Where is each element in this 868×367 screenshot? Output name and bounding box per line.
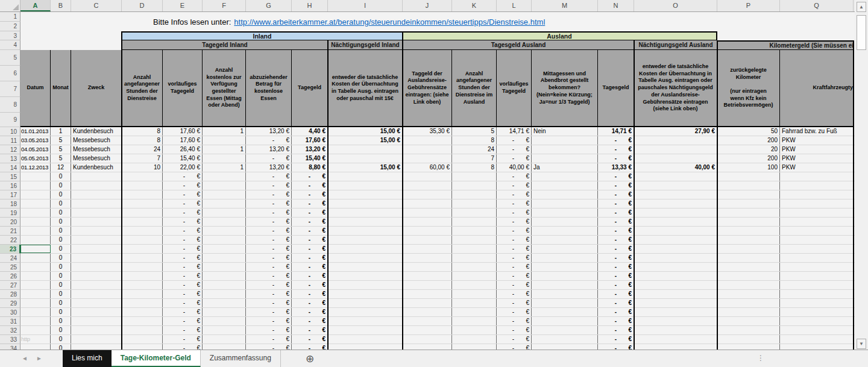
cell-L26[interactable]: - €: [497, 272, 532, 280]
cell-K27[interactable]: [452, 281, 497, 289]
cell-D25[interactable]: [122, 263, 163, 271]
cell-B19[interactable]: 0: [51, 209, 71, 217]
column-header-C[interactable]: C: [71, 0, 122, 11]
cell-P21[interactable]: [717, 227, 780, 235]
field-header-Q[interactable]: Kraftfahrzeugty: [780, 50, 854, 127]
cell-D33[interactable]: [122, 335, 163, 343]
cell-C17[interactable]: [71, 190, 122, 199]
cell-D13[interactable]: 7: [122, 154, 163, 163]
cell-E18[interactable]: - €: [163, 199, 203, 208]
cell-F14[interactable]: 1: [203, 163, 246, 172]
cell-E16[interactable]: - €: [163, 181, 203, 190]
cell-H27[interactable]: - €: [292, 281, 328, 289]
cell-B30[interactable]: 0: [51, 308, 71, 316]
cell-P33[interactable]: [717, 335, 780, 343]
cell-M31[interactable]: [532, 317, 598, 325]
cell-H30[interactable]: - €: [292, 308, 328, 316]
cell-Q28[interactable]: [780, 290, 854, 298]
cell-B10[interactable]: 1: [51, 127, 71, 136]
cell-A26[interactable]: [20, 272, 51, 280]
cell-K22[interactable]: [452, 236, 497, 244]
cell-B22[interactable]: 0: [51, 236, 71, 244]
cell-B25[interactable]: 0: [51, 263, 71, 271]
cell-A31[interactable]: [20, 317, 51, 325]
cell-K11[interactable]: 8: [452, 136, 497, 145]
cell-C23[interactable]: [71, 245, 122, 253]
cell-Q16[interactable]: [780, 181, 854, 190]
cell-J26[interactable]: [403, 272, 452, 280]
cell-G28[interactable]: - €: [246, 290, 292, 298]
cell-J20[interactable]: [403, 218, 452, 226]
cell-I24[interactable]: [328, 254, 403, 262]
row-header-9[interactable]: 9: [0, 113, 20, 127]
cell-E23[interactable]: - €: [163, 245, 203, 253]
cell-I11[interactable]: 15,00 €: [328, 136, 403, 145]
column-header-G[interactable]: G: [246, 0, 292, 11]
cell-D10[interactable]: 8: [122, 127, 163, 136]
worksheet-grid[interactable]: Bitte Infos lesen unter: http://www.arbe…: [0, 0, 855, 350]
cell-P31[interactable]: [717, 317, 780, 325]
cell-Q23[interactable]: [780, 245, 854, 253]
cell-C18[interactable]: [71, 199, 122, 208]
cell-E13[interactable]: 15,40 €: [163, 154, 203, 163]
cell-L27[interactable]: - €: [497, 281, 532, 289]
cell-J25[interactable]: [403, 263, 452, 271]
cell-M30[interactable]: [532, 308, 598, 316]
cell-H17[interactable]: - €: [292, 190, 328, 199]
cell-K28[interactable]: [452, 290, 497, 298]
cell-F18[interactable]: [203, 199, 246, 208]
field-header-I[interactable]: entweder die tatsächliche Kosten der Übe…: [328, 50, 403, 127]
cell-J22[interactable]: [403, 236, 452, 244]
section-header-inland[interactable]: Inland: [122, 31, 403, 40]
cell-C16[interactable]: [71, 181, 122, 190]
cell-G15[interactable]: - €: [246, 172, 292, 181]
cell-L12[interactable]: - €: [497, 145, 532, 154]
cell-B15[interactable]: 0: [51, 172, 71, 181]
cell-N31[interactable]: - €: [598, 317, 634, 325]
column-header-M[interactable]: M: [532, 0, 598, 11]
cell-P19[interactable]: [717, 209, 780, 217]
column-header-Q[interactable]: Q: [780, 0, 854, 11]
cell-G33[interactable]: - €: [246, 335, 292, 343]
field-header-A[interactable]: Datum: [20, 50, 51, 127]
cell-C26[interactable]: [71, 272, 122, 280]
cell-M14[interactable]: Ja: [532, 163, 598, 172]
cell-J21[interactable]: [403, 227, 452, 235]
cell-G34[interactable]: - €: [246, 344, 292, 350]
cell-Q21[interactable]: [780, 227, 854, 235]
row-header-31[interactable]: 31: [0, 317, 20, 326]
row-header-5[interactable]: 5: [0, 50, 20, 66]
cell-P24[interactable]: [717, 254, 780, 262]
cell-M24[interactable]: [532, 254, 598, 262]
cell-I19[interactable]: [328, 209, 403, 217]
row-header-30[interactable]: 30: [0, 308, 20, 317]
cell-O22[interactable]: [634, 236, 717, 244]
field-header-C[interactable]: Zweck: [71, 50, 122, 127]
row-header-2[interactable]: 2: [0, 22, 20, 31]
cell-J31[interactable]: [403, 317, 452, 325]
cell-E33[interactable]: - €: [163, 335, 203, 343]
cell-A29[interactable]: [20, 299, 51, 307]
cell-O30[interactable]: [634, 308, 717, 316]
cell-C30[interactable]: [71, 308, 122, 316]
cell-L23[interactable]: - €: [497, 245, 532, 253]
cell-A27[interactable]: [20, 281, 51, 289]
cell-I20[interactable]: [328, 218, 403, 226]
cell-N10[interactable]: 14,71 €: [598, 127, 634, 136]
cell-P34[interactable]: [717, 344, 780, 350]
cell-G30[interactable]: - €: [246, 308, 292, 316]
cell-M23[interactable]: [532, 245, 598, 253]
cell-E19[interactable]: - €: [163, 209, 203, 217]
cell-D16[interactable]: [122, 181, 163, 190]
cell-D22[interactable]: [122, 236, 163, 244]
cell-H29[interactable]: - €: [292, 299, 328, 307]
cell-B21[interactable]: 0: [51, 227, 71, 235]
cell-L30[interactable]: - €: [497, 308, 532, 316]
cell-J18[interactable]: [403, 199, 452, 208]
cell-L29[interactable]: - €: [497, 299, 532, 307]
cell-K31[interactable]: [452, 317, 497, 325]
cell-I29[interactable]: [328, 299, 403, 307]
cell-B24[interactable]: 0: [51, 254, 71, 262]
cell-F15[interactable]: [203, 172, 246, 181]
cell-K20[interactable]: [452, 218, 497, 226]
